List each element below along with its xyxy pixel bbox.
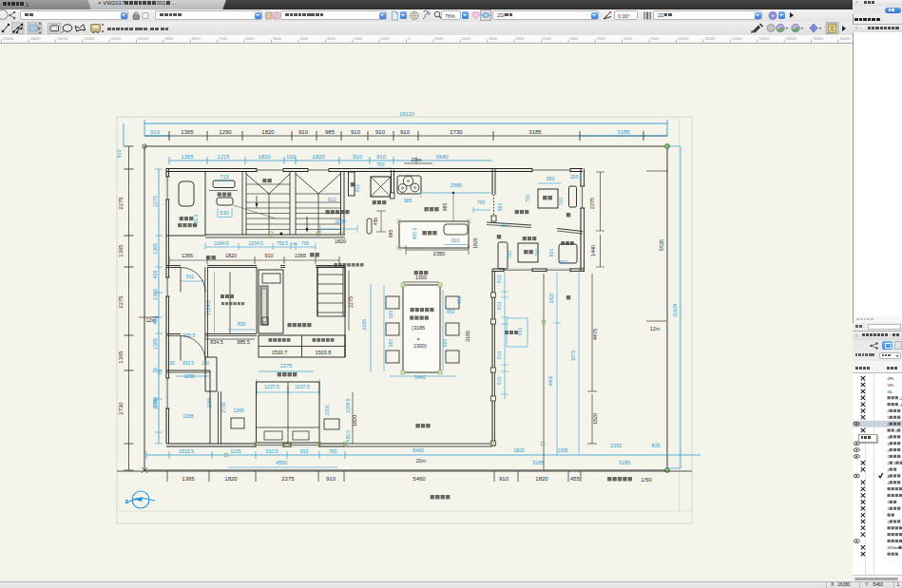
svg-text:985: 985 xyxy=(404,198,413,203)
svg-text:985: 985 xyxy=(442,203,448,212)
svg-text:12000: 12000 xyxy=(732,35,743,40)
svg-text:910: 910 xyxy=(375,129,386,135)
svg-text:75: 75 xyxy=(158,370,163,375)
svg-text:910: 910 xyxy=(497,302,502,310)
svg-text:1365: 1365 xyxy=(152,289,158,300)
svg-text:455: 455 xyxy=(570,476,581,482)
svg-text:11000: 11000 xyxy=(111,35,123,40)
svg-text:1820: 1820 xyxy=(225,253,237,258)
svg-text:650: 650 xyxy=(547,176,555,181)
svg-text:835: 835 xyxy=(238,321,246,327)
svg-text:15000: 15000 xyxy=(3,35,14,40)
svg-text:16000: 16000 xyxy=(839,35,851,40)
svg-text:1300: 1300 xyxy=(415,275,427,280)
svg-text:1365: 1365 xyxy=(152,243,158,255)
svg-text:985: 985 xyxy=(388,230,393,238)
svg-text:910: 910 xyxy=(376,154,387,160)
svg-text:910: 910 xyxy=(328,197,336,202)
svg-text:1820: 1820 xyxy=(472,237,478,249)
svg-text:z: z xyxy=(125,497,128,505)
svg-text:5000: 5000 xyxy=(543,35,552,40)
svg-text:2275: 2275 xyxy=(280,363,292,369)
svg-text:985: 985 xyxy=(497,203,503,212)
svg-text:1300): 1300) xyxy=(413,343,427,349)
svg-text:760: 760 xyxy=(376,161,385,167)
svg-text:4550: 4550 xyxy=(276,460,287,465)
svg-text:3185: 3185 xyxy=(617,129,630,135)
svg-text:0: 0 xyxy=(408,35,411,40)
svg-text:1820: 1820 xyxy=(258,154,271,160)
svg-text:5535: 5535 xyxy=(659,239,664,251)
svg-text:1289.5: 1289.5 xyxy=(345,398,351,413)
svg-text:455: 455 xyxy=(152,271,158,279)
svg-text:910.5: 910.5 xyxy=(266,448,278,454)
svg-text:3185: 3185 xyxy=(528,129,542,135)
svg-text:530: 530 xyxy=(220,210,228,216)
svg-text:910: 910 xyxy=(497,377,502,385)
svg-text:1820: 1820 xyxy=(535,476,548,482)
svg-text:585: 585 xyxy=(388,311,393,319)
svg-text:2000: 2000 xyxy=(354,35,363,40)
svg-text:760: 760 xyxy=(477,199,486,205)
svg-text:2200: 2200 xyxy=(324,405,330,415)
svg-text:1365: 1365 xyxy=(118,351,124,364)
svg-text:6000: 6000 xyxy=(569,35,579,40)
svg-text:1820: 1820 xyxy=(592,413,598,425)
svg-text:600: 600 xyxy=(548,249,554,257)
svg-text:3185: 3185 xyxy=(532,460,544,465)
svg-text:910: 910 xyxy=(150,129,161,135)
svg-text:910: 910 xyxy=(353,154,363,160)
svg-text:2275: 2275 xyxy=(118,197,124,210)
svg-text:6000: 6000 xyxy=(246,35,256,40)
svg-text:5000: 5000 xyxy=(273,35,282,40)
svg-text:2275: 2275 xyxy=(281,476,295,482)
svg-text:20m: 20m xyxy=(412,157,422,162)
svg-text:5460: 5460 xyxy=(413,447,424,453)
svg-text:910: 910 xyxy=(400,129,411,135)
svg-text:1064.5: 1064.5 xyxy=(214,240,229,246)
svg-text:6370: 6370 xyxy=(570,350,576,360)
svg-text:750: 750 xyxy=(534,249,540,257)
svg-text:1820: 1820 xyxy=(261,129,275,135)
svg-text:910: 910 xyxy=(326,476,336,482)
svg-text:9000: 9000 xyxy=(164,35,174,40)
svg-text:1515.5: 1515.5 xyxy=(179,448,194,454)
svg-text:1669: 1669 xyxy=(335,218,346,224)
svg-text:200: 200 xyxy=(570,174,579,180)
svg-text:1365: 1365 xyxy=(118,244,124,257)
svg-text:2275: 2275 xyxy=(589,198,595,209)
svg-text:3260: 3260 xyxy=(206,397,212,408)
svg-text:910: 910 xyxy=(499,476,509,482)
svg-text:12m: 12m xyxy=(650,326,661,332)
svg-text:1365: 1365 xyxy=(295,253,306,258)
svg-text:1000: 1000 xyxy=(381,35,391,40)
svg-text:150: 150 xyxy=(286,154,297,160)
svg-text:1215: 1215 xyxy=(230,448,241,454)
svg-text:911: 911 xyxy=(186,274,194,279)
svg-text:9000: 9000 xyxy=(651,35,661,40)
svg-text:2350: 2350 xyxy=(433,251,445,256)
svg-text:1000: 1000 xyxy=(434,35,444,40)
svg-text:1820: 1820 xyxy=(513,447,525,453)
svg-text:1FL: 1FL xyxy=(888,383,895,388)
svg-text:8000: 8000 xyxy=(192,35,202,40)
svg-text:200: 200 xyxy=(501,222,509,228)
svg-text:2580: 2580 xyxy=(451,182,462,188)
svg-text:1365: 1365 xyxy=(233,408,244,413)
svg-text:3185: 3185 xyxy=(361,319,367,331)
svg-text:1215: 1215 xyxy=(217,154,230,160)
svg-text:1503.8: 1503.8 xyxy=(316,350,332,355)
svg-text:910: 910 xyxy=(497,351,502,359)
svg-text:1365: 1365 xyxy=(181,154,194,160)
svg-text:4000: 4000 xyxy=(516,35,526,40)
svg-text:×: × xyxy=(416,336,419,342)
svg-text:2730: 2730 xyxy=(450,129,463,135)
svg-text:2124.5: 2124.5 xyxy=(205,300,211,315)
svg-text:(3185: (3185 xyxy=(412,325,425,331)
svg-text:12000: 12000 xyxy=(84,35,95,40)
svg-text:GL: GL xyxy=(888,389,893,393)
svg-text:13000: 13000 xyxy=(758,35,770,40)
svg-text:1440: 1440 xyxy=(590,245,596,256)
svg-text:1365: 1365 xyxy=(182,253,193,258)
svg-text:2275: 2275 xyxy=(152,196,158,207)
